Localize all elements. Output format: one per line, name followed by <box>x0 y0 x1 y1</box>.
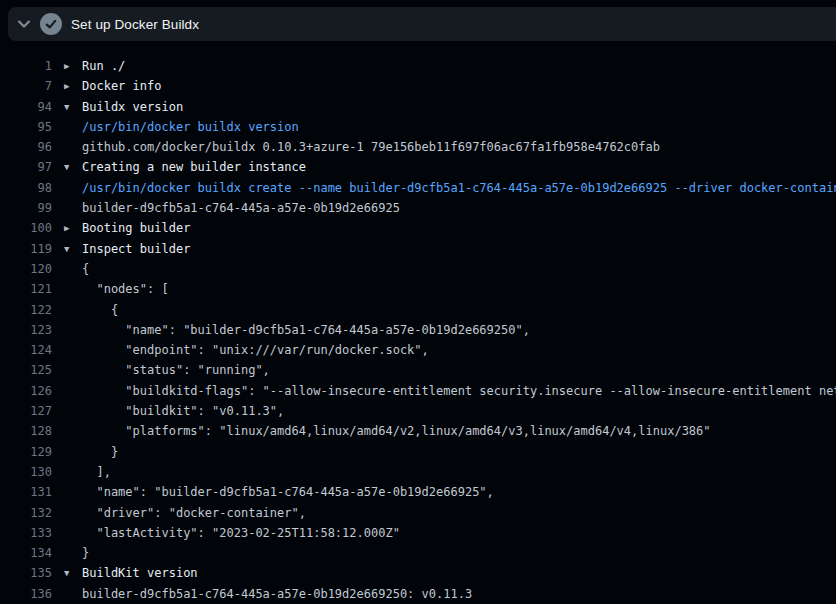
log-line-text: "status": "running", <box>82 363 270 377</box>
group-collapsed-icon: ▶ <box>52 56 82 76</box>
log-line-number[interactable]: 129 <box>0 442 52 462</box>
log-line-text: github.com/docker/buildx 0.10.3+azure-1 … <box>82 140 660 154</box>
log-line-text: Run ./ <box>82 59 125 73</box>
log-line-text: Creating a new builder instance <box>82 160 306 174</box>
log-line-text: "platforms": "linux/amd64,linux/amd64/v2… <box>82 424 711 438</box>
group-collapsed-icon: ▶ <box>52 76 82 96</box>
log-line-number[interactable]: 130 <box>0 462 52 482</box>
log-line-text: "lastActivity": "2023-02-25T11:58:12.000… <box>82 526 400 540</box>
log-line-text: builder-d9cfb5a1-c764-445a-a57e-0b19d2e6… <box>82 201 400 215</box>
log-group-line[interactable]: 1▶Run ./ <box>0 56 836 76</box>
log-line: 95/usr/bin/docker buildx version <box>0 117 836 137</box>
log-line: 126 "buildkitd-flags": "--allow-insecure… <box>0 381 836 401</box>
log-line-text: { <box>82 303 118 317</box>
log-line: 98/usr/bin/docker buildx create --name b… <box>0 178 836 198</box>
log-group-line[interactable]: 7▶Docker info <box>0 76 836 96</box>
log-group-line[interactable]: 135▼BuildKit version <box>0 563 836 583</box>
log-line-text: } <box>82 445 118 459</box>
log-line-text: "buildkit": "v0.11.3", <box>82 404 284 418</box>
log-line: 134} <box>0 543 836 563</box>
log-line: 124 "endpoint": "unix:///var/run/docker.… <box>0 340 836 360</box>
log-line-text: "name": "builder-d9cfb5a1-c764-445a-a57e… <box>82 485 494 499</box>
log-group-line[interactable]: 94▼Buildx version <box>0 97 836 117</box>
step-header[interactable]: Set up Docker Buildx <box>8 7 836 41</box>
log-line-number[interactable]: 128 <box>0 421 52 441</box>
log-line-text: Booting builder <box>82 221 190 235</box>
log-line: 130 ], <box>0 462 836 482</box>
log-line-number[interactable]: 1 <box>0 56 52 76</box>
log-line-number[interactable]: 94 <box>0 97 52 117</box>
log-line-number[interactable]: 134 <box>0 543 52 563</box>
log-line-number[interactable]: 119 <box>0 239 52 259</box>
log-line-text: ], <box>82 465 111 479</box>
log-line: 132 "driver": "docker-container", <box>0 503 836 523</box>
log-line: 122 { <box>0 300 836 320</box>
group-collapsed-icon: ▶ <box>52 218 82 238</box>
log-group-line[interactable]: 100▶Booting builder <box>0 218 836 238</box>
log-line-text: Inspect builder <box>82 242 190 256</box>
log-line-text: BuildKit version <box>82 566 198 580</box>
log-line-number[interactable]: 120 <box>0 259 52 279</box>
log-line-text: "driver": "docker-container", <box>82 506 306 520</box>
log-line: 136builder-d9cfb5a1-c764-445a-a57e-0b19d… <box>0 584 836 604</box>
log-group-line[interactable]: 97▼Creating a new builder instance <box>0 157 836 177</box>
log-line: 131 "name": "builder-d9cfb5a1-c764-445a-… <box>0 482 836 502</box>
log-viewer: 1▶Run ./7▶Docker info94▼Buildx version95… <box>0 41 836 604</box>
group-expanded-icon: ▼ <box>52 563 82 583</box>
chevron-down-icon <box>18 20 30 28</box>
log-line-number[interactable]: 127 <box>0 401 52 421</box>
log-line-text: "nodes": [ <box>82 282 169 296</box>
log-line-number[interactable]: 124 <box>0 340 52 360</box>
log-line-number[interactable]: 131 <box>0 482 52 502</box>
log-lines: 1▶Run ./7▶Docker info94▼Buildx version95… <box>0 56 836 604</box>
log-line-text: Buildx version <box>82 100 183 114</box>
log-line: 129 } <box>0 442 836 462</box>
group-expanded-icon: ▼ <box>52 239 82 259</box>
log-line-text: /usr/bin/docker buildx create --name bui… <box>82 181 836 195</box>
check-circle-icon <box>40 13 62 35</box>
log-line-number[interactable]: 122 <box>0 300 52 320</box>
log-line-number[interactable]: 121 <box>0 279 52 299</box>
log-line-number[interactable]: 133 <box>0 523 52 543</box>
log-line-number[interactable]: 132 <box>0 503 52 523</box>
log-line-number[interactable]: 96 <box>0 137 52 157</box>
log-group-line[interactable]: 119▼Inspect builder <box>0 239 836 259</box>
log-line: 125 "status": "running", <box>0 360 836 380</box>
group-expanded-icon: ▼ <box>52 97 82 117</box>
log-line-number[interactable]: 136 <box>0 584 52 604</box>
log-line-text: /usr/bin/docker buildx version <box>82 120 299 134</box>
log-line: 96github.com/docker/buildx 0.10.3+azure-… <box>0 137 836 157</box>
log-line-text: { <box>82 262 89 276</box>
log-line-text: } <box>82 546 89 560</box>
log-line: 133 "lastActivity": "2023-02-25T11:58:12… <box>0 523 836 543</box>
log-line-number[interactable]: 126 <box>0 381 52 401</box>
log-line: 128 "platforms": "linux/amd64,linux/amd6… <box>0 421 836 441</box>
log-line-text: "endpoint": "unix:///var/run/docker.sock… <box>82 343 429 357</box>
log-line: 120{ <box>0 259 836 279</box>
log-line-number[interactable]: 98 <box>0 178 52 198</box>
log-line-number[interactable]: 123 <box>0 320 52 340</box>
step-title: Set up Docker Buildx <box>71 17 199 32</box>
log-line-number[interactable]: 125 <box>0 360 52 380</box>
log-line-number[interactable]: 135 <box>0 563 52 583</box>
log-line-text: "buildkitd-flags": "--allow-insecure-ent… <box>82 384 836 398</box>
log-line-text: "name": "builder-d9cfb5a1-c764-445a-a57e… <box>82 323 530 337</box>
log-line: 127 "buildkit": "v0.11.3", <box>0 401 836 421</box>
log-line-text: Docker info <box>82 79 161 93</box>
group-expanded-icon: ▼ <box>52 157 82 177</box>
log-line-number[interactable]: 97 <box>0 157 52 177</box>
log-line-text: builder-d9cfb5a1-c764-445a-a57e-0b19d2e6… <box>82 587 472 601</box>
log-line: 121 "nodes": [ <box>0 279 836 299</box>
log-line: 123 "name": "builder-d9cfb5a1-c764-445a-… <box>0 320 836 340</box>
log-line-number[interactable]: 7 <box>0 76 52 96</box>
log-line-number[interactable]: 95 <box>0 117 52 137</box>
log-line-number[interactable]: 99 <box>0 198 52 218</box>
log-line-number[interactable]: 100 <box>0 218 52 238</box>
log-line: 99builder-d9cfb5a1-c764-445a-a57e-0b19d2… <box>0 198 836 218</box>
